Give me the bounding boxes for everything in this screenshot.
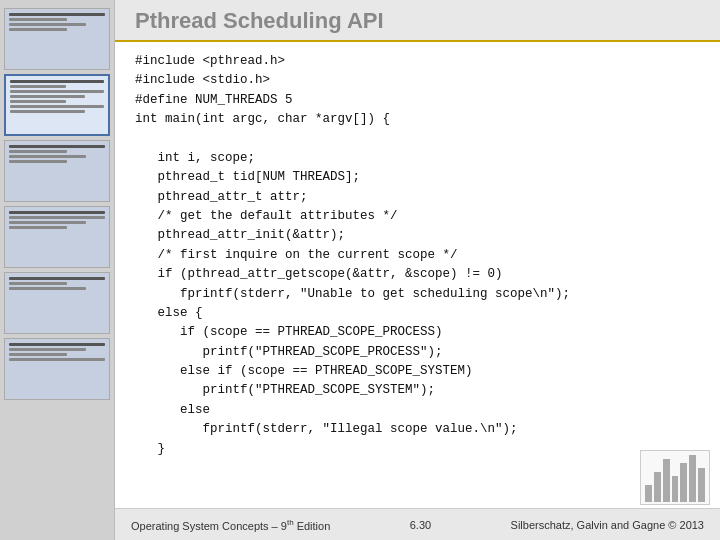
chart-bars (641, 451, 709, 504)
chart-bar (663, 459, 670, 502)
slide-thumb-5[interactable] (4, 272, 110, 334)
slide-title: Pthread Scheduling API (135, 8, 384, 34)
chart-bar (645, 485, 652, 502)
chart-bar (654, 472, 661, 502)
footer-copyright: Silberschatz, Galvin and Gagne © 2013 (511, 519, 704, 531)
code-block: #include <pthread.h> #include <stdio.h> … (135, 52, 700, 459)
footer-edition: Operating System Concepts – 9th Edition (131, 518, 330, 532)
code-area: #include <pthread.h> #include <stdio.h> … (115, 42, 720, 508)
chart-bar (698, 468, 705, 502)
footer-page: 6.30 (410, 519, 431, 531)
small-chart (640, 450, 710, 505)
chart-bar (689, 455, 696, 502)
main-content: Pthread Scheduling API #include <pthread… (115, 0, 720, 540)
slide-thumb-2[interactable] (4, 74, 110, 136)
slide-panel (0, 0, 115, 540)
slide-thumb-1[interactable] (4, 8, 110, 70)
slide-thumb-6[interactable] (4, 338, 110, 400)
slide-thumb-3[interactable] (4, 140, 110, 202)
slide-thumb-4[interactable] (4, 206, 110, 268)
chart-bar (672, 476, 679, 502)
title-bar: Pthread Scheduling API (115, 0, 720, 42)
chart-bar (680, 463, 687, 502)
footer: Operating System Concepts – 9th Edition … (115, 508, 720, 540)
